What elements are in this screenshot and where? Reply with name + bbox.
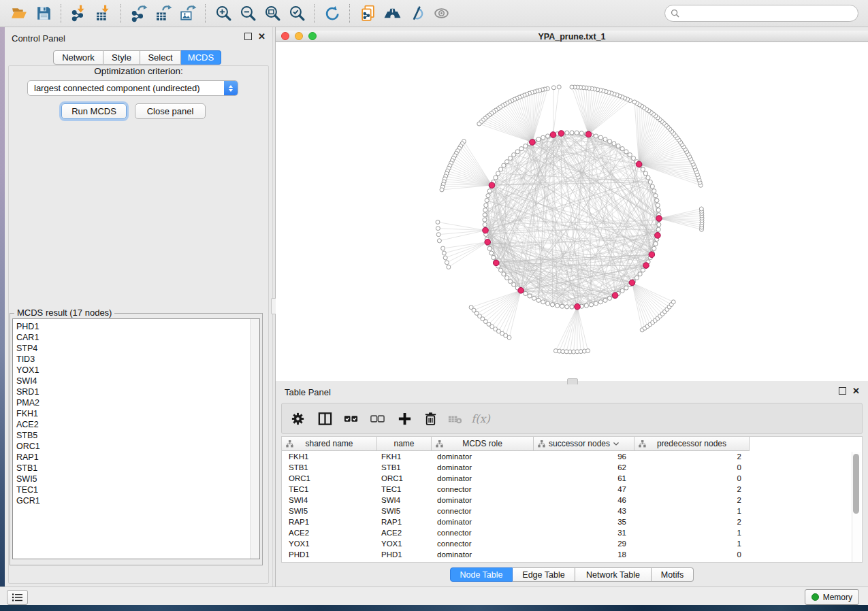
tab-select[interactable]: Select <box>140 50 181 65</box>
mcds-result-item[interactable]: STP4 <box>13 343 259 354</box>
zoom-out-button[interactable] <box>236 3 260 24</box>
table-settings-button[interactable] <box>286 407 309 430</box>
mcds-result-item[interactable]: TEC1 <box>13 484 259 495</box>
tab-node-table[interactable]: Node Table <box>450 567 513 582</box>
network-canvas[interactable] <box>276 42 868 381</box>
table-scrollbar-thumb[interactable] <box>853 454 859 514</box>
export-image-button[interactable] <box>176 3 200 24</box>
memory-status-dot <box>811 593 819 601</box>
mcds-result-item[interactable]: PMA2 <box>13 397 259 408</box>
import-network-icon <box>70 4 89 22</box>
apply-layout-button[interactable] <box>320 3 344 24</box>
float-table-panel-icon[interactable] <box>839 387 846 395</box>
criterion-dropdown[interactable]: largest connected component (undirected) <box>27 80 238 96</box>
clone-network-button[interactable] <box>355 3 380 24</box>
tab-mcds[interactable]: MCDS <box>181 50 221 65</box>
mcds-result-item[interactable]: STB5 <box>13 430 259 441</box>
table-row[interactable]: RAP1RAP1dominator352 <box>282 516 862 527</box>
mcds-list-scrollbar[interactable] <box>250 319 259 559</box>
search-input[interactable] <box>683 8 858 19</box>
open-session-button[interactable] <box>7 3 31 24</box>
export-table-button[interactable] <box>151 3 176 24</box>
table-row[interactable]: TEC1TEC1connector472 <box>282 484 862 495</box>
close-panel-icon[interactable]: ✕ <box>258 33 266 40</box>
close-panel-button[interactable]: Close panel <box>135 103 206 119</box>
memory-button[interactable]: Memory <box>805 589 859 605</box>
table-cell: dominator <box>432 550 534 559</box>
close-table-panel-icon[interactable]: ✕ <box>852 387 860 395</box>
column-header-shared-name[interactable]: shared name <box>282 437 377 451</box>
mcds-result-item[interactable]: ORC1 <box>13 441 259 452</box>
tab-network-table[interactable]: Network Table <box>575 567 652 582</box>
mcds-result-item[interactable]: FKH1 <box>13 408 259 419</box>
table-row[interactable]: YOX1YOX1connector291 <box>282 538 862 549</box>
mcds-result-fieldset: MCDS result (17 nodes) PHD1CAR1STP4TID3Y… <box>10 313 263 565</box>
mcds-result-item[interactable]: STB1 <box>13 463 259 474</box>
network-search-box[interactable] <box>664 5 858 22</box>
select-all-button[interactable] <box>339 407 362 430</box>
mcds-result-item[interactable]: RAP1 <box>13 452 259 463</box>
column-header-name[interactable]: name <box>377 437 432 451</box>
table-row[interactable]: SWI4SWI4dominator462 <box>282 495 862 506</box>
clear-selection-button[interactable] <box>366 407 389 430</box>
table-cell: FKH1 <box>282 452 377 461</box>
table-cell: ACE2 <box>377 529 432 537</box>
table-header-row: shared name name MCDS role successor nod… <box>282 437 862 451</box>
columns-icon <box>317 411 333 427</box>
mcds-result-item[interactable]: SWI4 <box>13 376 259 386</box>
mcds-result-item[interactable]: TID3 <box>13 354 259 365</box>
table-row[interactable]: ACE2ACE2connector311 <box>282 527 862 538</box>
table-cell: 96 <box>534 452 634 461</box>
mcds-result-item[interactable]: GCR1 <box>13 495 259 506</box>
network-window-titlebar[interactable]: YPA_prune.txt_1 <box>276 31 868 42</box>
import-table-button[interactable] <box>91 3 116 24</box>
zoom-in-button[interactable] <box>211 3 236 24</box>
zoom-fit-button[interactable] <box>260 3 285 24</box>
add-column-button[interactable] <box>393 407 416 430</box>
float-panel-icon[interactable] <box>244 33 252 40</box>
table-row[interactable]: FKH1FKH1dominator962 <box>282 451 862 462</box>
column-header-predecessor-nodes[interactable]: predecessor nodes <box>634 437 750 451</box>
tab-style[interactable]: Style <box>103 50 140 65</box>
table-row[interactable]: ORC1ORC1dominator610 <box>282 473 862 484</box>
tab-edge-table[interactable]: Edge Table <box>513 567 575 582</box>
mcds-result-list[interactable]: PHD1CAR1STP4TID3YOX1SWI4SRD1PMA2FKH1ACE2… <box>12 318 260 559</box>
show-log-button[interactable] <box>7 590 28 605</box>
toolbar-separator <box>120 4 122 23</box>
table-cell: 2 <box>634 496 750 504</box>
mcds-result-item[interactable]: YOX1 <box>13 365 259 376</box>
first-neighbors-button[interactable] <box>380 3 404 24</box>
table-cell: YOX1 <box>377 540 432 548</box>
bird-eye-view-button[interactable] <box>429 3 453 24</box>
table-row[interactable]: PHD1PHD1dominator180 <box>282 549 862 560</box>
mcds-result-item[interactable]: CAR1 <box>13 332 259 343</box>
export-network-button[interactable] <box>127 3 151 24</box>
table-row[interactable]: SWI5SWI5connector431 <box>282 506 862 516</box>
table-cell: 0 <box>634 474 750 482</box>
mcds-result-item[interactable]: PHD1 <box>13 321 259 332</box>
table-cell: TEC1 <box>282 485 377 493</box>
tab-network[interactable]: Network <box>53 50 103 65</box>
attribute-tree-icon <box>286 440 293 448</box>
mcds-result-item[interactable]: SRD1 <box>13 386 259 397</box>
delete-columns-button[interactable] <box>419 407 442 430</box>
unchecked-boxes-icon <box>370 411 385 427</box>
run-mcds-button[interactable]: Run MCDS <box>61 103 127 119</box>
table-cell: STB1 <box>377 463 432 472</box>
import-network-button[interactable] <box>67 3 91 24</box>
function-builder-button[interactable]: f(x) <box>469 407 492 430</box>
column-header-mcds-role[interactable]: MCDS role <box>432 437 534 451</box>
delete-table-button[interactable] <box>443 407 466 430</box>
tab-motifs[interactable]: Motifs <box>652 567 694 582</box>
table-scrollbar[interactable] <box>852 452 861 562</box>
table-toolbar: f(x) <box>281 403 863 434</box>
mcds-result-item[interactable]: ACE2 <box>13 419 259 430</box>
show-graphics-details-button[interactable] <box>404 3 429 24</box>
save-session-button[interactable] <box>31 3 56 24</box>
show-column-layout-button[interactable] <box>313 407 336 430</box>
column-header-successor-nodes[interactable]: successor nodes <box>534 437 634 451</box>
table-row[interactable]: STB1STB1dominator620 <box>282 462 862 473</box>
attribute-tree-icon <box>538 440 545 448</box>
mcds-result-item[interactable]: SWI5 <box>13 474 259 484</box>
zoom-selected-button[interactable] <box>285 3 309 24</box>
